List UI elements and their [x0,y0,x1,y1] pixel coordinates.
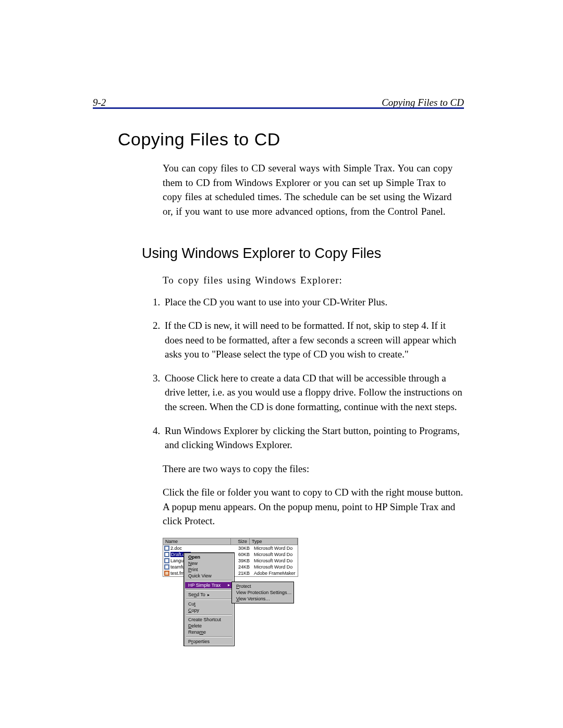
menu-label: ew [192,561,198,566]
file-name: teamfu [170,564,185,570]
menu-item-new[interactable]: New [185,560,233,566]
file-type: Microsoft Word Do [252,558,298,563]
table-row[interactable]: 2.doc 30KB Microsoft Word Do [163,545,298,551]
menu-label: pen [192,554,200,560]
file-name: test.fm [170,571,185,576]
menu-label: rint [191,567,198,572]
framemaker-file-icon [164,571,169,576]
step-item: Choose Click here to create a data CD th… [163,371,464,414]
page-title: Copying Files to CD [118,129,464,150]
menu-item-hp-simple-trax[interactable]: HP Simple Trax [185,582,233,588]
menu-item-rename[interactable]: Rename [185,629,233,635]
menu-item-create-shortcut[interactable]: Create Shortcut [185,616,233,623]
submenu-item-view-protection-settings[interactable]: View Protection Settings… [233,589,292,596]
menu-item-delete[interactable]: Delete [185,623,233,629]
file-type: Microsoft Word Do [252,546,298,551]
column-header-size[interactable]: Size [231,538,250,545]
word-file-icon [164,558,169,563]
menu-item-open[interactable]: Open [185,554,233,560]
procedure-steps: Place the CD you want to use into your C… [148,295,464,452]
menu-item-properties[interactable]: Properties [185,638,233,645]
header-rule [93,107,464,109]
menu-item-cut[interactable]: Cut [185,601,233,607]
submenu-item-protect[interactable]: Protect [233,583,292,589]
file-type: Microsoft Word Do [252,552,298,557]
page-number: 9-2 [93,97,106,108]
menu-separator [186,636,232,637]
menu-separator [186,614,232,615]
intro-paragraph: You can copy files to CD several ways wi… [163,161,464,218]
step-item: Run Windows Explorer by clicking the Sta… [163,424,464,452]
procedure-lead: To copy files using Windows Explorer: [163,273,464,288]
word-file-icon [164,552,169,557]
running-header: 9-2 Copying Files to CD [93,97,464,108]
menu-item-quick-view[interactable]: Quick View [185,573,233,579]
menu-separator [186,580,232,581]
explorer-screenshot: Name Size Type 2.doc 30KB Microsoft Word… [163,538,298,577]
file-size: 30KB [231,546,252,551]
menu-separator [186,589,232,590]
column-header-type[interactable]: Type [250,538,298,545]
body-text: There are two ways to copy the files: [163,462,464,476]
step-item: Place the CD you want to use into your C… [163,295,464,310]
menu-label: HP Simple Trax [188,583,221,588]
running-title: Copying Files to CD [382,97,464,108]
submenu-item-view-versions[interactable]: View Versions… [233,596,292,602]
step-item: If the CD is new, it will need to be for… [163,318,464,362]
file-type: Adobe FrameMaker [252,571,298,576]
menu-separator [186,599,232,600]
column-header-name[interactable]: Name [163,538,231,545]
menu-item-copy[interactable]: Copy [185,607,233,613]
file-name: 2.doc [170,546,182,551]
file-name: Langu [170,558,183,563]
body-text: Click the file or folder you want to cop… [163,485,464,528]
hp-simple-trax-submenu: Protect View Protection Settings… View V… [231,582,294,603]
context-menu: Open New Print Quick View HP Simple Trax… [183,552,235,646]
section-heading: Using Windows Explorer to Copy Files [142,245,464,262]
word-file-icon [164,546,169,551]
menu-item-print[interactable]: Print [185,566,233,573]
file-list-header: Name Size Type [163,538,298,545]
word-file-icon [164,564,169,570]
file-type: Microsoft Word Do [252,564,298,570]
menu-item-send-to[interactable]: Send To [185,591,233,598]
